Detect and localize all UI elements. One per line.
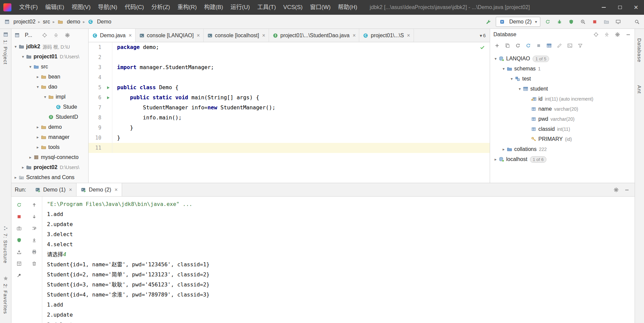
breadcrumb-item[interactable]: src — [43, 19, 50, 25]
close-icon[interactable]: × — [262, 33, 265, 39]
stop-gray-icon[interactable] — [536, 43, 542, 49]
project-view-selector[interactable]: P... — [25, 32, 32, 38]
build-icon[interactable] — [484, 17, 493, 26]
breadcrumb-item[interactable]: project02 — [4, 19, 36, 25]
editor-line[interactable]: 3import manager.StudentManager; — [89, 62, 490, 72]
editor-line[interactable]: 9 } — [89, 123, 490, 133]
editor-line[interactable]: 2 — [89, 52, 490, 62]
printer-icon[interactable] — [31, 249, 37, 255]
editor-line[interactable]: 1package demo; — [89, 42, 490, 52]
project-tree-item[interactable]: CStude — [11, 102, 88, 112]
chevron-down-icon[interactable]: ▾ — [20, 54, 26, 59]
maximize-window-icon[interactable] — [612, 0, 628, 15]
close-icon[interactable]: × — [69, 187, 72, 193]
database-tree-item[interactable]: pwdvarchar(20) — [490, 114, 635, 124]
run-marker-icon[interactable] — [105, 85, 111, 91]
rerun-icon[interactable] — [16, 202, 22, 208]
edit-icon[interactable] — [556, 43, 562, 49]
close-icon[interactable]: × — [353, 33, 356, 39]
sync-icon[interactable] — [525, 43, 531, 49]
copy-icon[interactable] — [504, 43, 511, 49]
chevron-right-icon[interactable]: ▸ — [501, 147, 506, 152]
debug-icon[interactable] — [555, 17, 564, 26]
run-marker-icon[interactable] — [105, 95, 111, 101]
database-tree-item[interactable]: ▸collations222 — [490, 144, 635, 154]
menu-item[interactable]: 文件(F) — [15, 0, 42, 15]
editor-line[interactable]: 11 — [89, 143, 490, 153]
close-icon[interactable]: × — [197, 33, 200, 39]
editor-tab[interactable]: CDemo.java× — [89, 29, 136, 42]
chevron-down-icon[interactable]: ▾ — [509, 76, 515, 81]
editor-line[interactable]: 4 — [89, 72, 490, 83]
menu-item[interactable]: 工具(T) — [254, 0, 280, 15]
project-tree-item[interactable]: ▸bean — [11, 72, 88, 82]
project-tree-item[interactable]: ▾dao — [11, 82, 88, 92]
project-tree-item[interactable]: ▾src — [11, 62, 88, 72]
console-output[interactable]: "E:\Program Files\Java\jdk8\bin\java.exe… — [42, 197, 635, 323]
menu-item[interactable]: 运行(U) — [227, 0, 254, 15]
minimize-window-icon[interactable] — [596, 0, 612, 15]
project-tree-item[interactable]: ▸Scratches and Cons — [11, 172, 88, 182]
profiler-icon[interactable] — [579, 17, 587, 26]
scroll-end-icon[interactable] — [31, 237, 37, 243]
menu-item[interactable]: 分析(Z) — [148, 0, 174, 15]
search-icon[interactable] — [633, 17, 641, 26]
database-tree-item[interactable]: idint(11) (auto increment) — [490, 94, 635, 104]
target-icon[interactable] — [42, 32, 48, 38]
stop-icon[interactable] — [16, 214, 22, 220]
chevron-right-icon[interactable]: ▸ — [493, 157, 498, 162]
table-big-icon[interactable] — [546, 43, 552, 49]
database-tree-item[interactable]: classidint(11) — [490, 124, 635, 134]
project-tree-item[interactable]: ▸tools — [11, 142, 88, 152]
editor-line[interactable]: 6 public static void main(String[] args)… — [89, 93, 490, 103]
menu-item[interactable]: 编辑(E) — [42, 0, 68, 15]
settings-icon[interactable] — [613, 187, 619, 193]
project-tree-item[interactable]: ▾project01D:\Users\ — [11, 52, 88, 62]
menu-item[interactable]: 窗口(W) — [306, 0, 334, 15]
chevron-down-icon[interactable]: ▾ — [28, 64, 33, 69]
tool-folder-icon[interactable] — [602, 17, 611, 26]
editor-tab[interactable]: console [LANQIAO]× — [136, 29, 204, 42]
coverage-icon[interactable] — [16, 237, 22, 243]
collapse-icon[interactable] — [604, 32, 610, 38]
chevron-down-icon[interactable]: ▾ — [517, 87, 523, 91]
chevron-down-icon[interactable]: ▾ — [42, 95, 48, 99]
database-tree-item[interactable]: namevarchar(20) — [490, 104, 635, 114]
filter-icon[interactable] — [577, 43, 583, 49]
menu-item[interactable]: 帮助(H) — [334, 0, 361, 15]
settings-icon[interactable] — [64, 32, 70, 38]
tool-window-button-structure[interactable]: 7: Structure — [0, 225, 11, 264]
breadcrumb-item[interactable]: demo — [57, 19, 80, 25]
import-icon[interactable] — [16, 249, 22, 255]
editor-line[interactable]: 10} — [89, 133, 490, 143]
settings-icon[interactable] — [614, 32, 621, 38]
chevron-down-icon[interactable]: ▾ — [35, 85, 41, 89]
menu-item[interactable]: 构建(B) — [201, 0, 227, 15]
project-tree-item[interactable]: ▸mysql-connecto — [11, 152, 88, 162]
trash-icon[interactable] — [31, 261, 37, 267]
terminal-icon[interactable] — [567, 43, 573, 49]
monitor-icon[interactable] — [614, 17, 623, 26]
menu-item[interactable]: VCS(S) — [280, 0, 307, 15]
tool-window-button-favorites[interactable]: 2: Favorites — [0, 275, 11, 314]
soft-wrap-icon[interactable] — [31, 225, 37, 231]
breadcrumb-item[interactable]: CDemo — [88, 19, 111, 25]
tool-window-button-project[interactable]: 1: Project — [0, 32, 11, 64]
menu-item[interactable]: 导航(N) — [94, 0, 121, 15]
database-tree-item[interactable]: ▾schemas1 — [490, 64, 635, 74]
rerun-icon[interactable] — [543, 17, 552, 26]
chevron-right-icon[interactable]: ▸ — [35, 135, 41, 140]
chevron-down-icon[interactable]: ▾ — [501, 66, 506, 71]
chevron-down-icon[interactable]: ▾ — [13, 44, 18, 49]
close-icon[interactable]: × — [407, 33, 410, 39]
editor-tab[interactable]: Cproject01\...\S× — [359, 29, 414, 42]
database-tree-item[interactable]: ▸localhost1 of 6 — [490, 154, 635, 164]
minimize-icon[interactable] — [625, 32, 631, 38]
pin-icon[interactable] — [16, 272, 22, 278]
camera-icon[interactable] — [16, 225, 22, 231]
editor-line[interactable]: 5public class Demo { — [89, 83, 490, 93]
chevron-right-icon[interactable]: ▸ — [35, 145, 41, 150]
tool-window-button-database[interactable]: Database — [635, 38, 644, 62]
chevron-right-icon[interactable]: ▸ — [20, 165, 26, 170]
stop-icon[interactable] — [590, 17, 599, 26]
